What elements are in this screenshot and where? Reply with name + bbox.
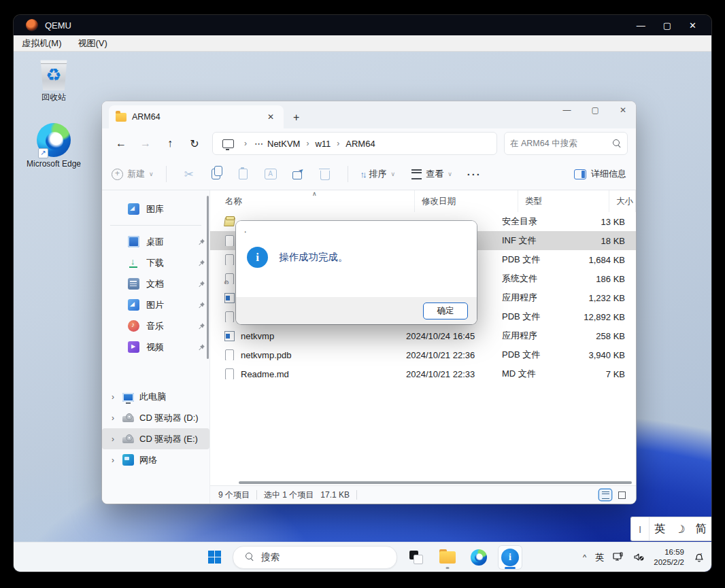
new-button[interactable]: + 新建 ∨ — [112, 168, 154, 180]
sidebar-item-pinned[interactable]: 下载 — [102, 252, 209, 273]
up-button[interactable]: ↑ — [159, 133, 181, 154]
desktop-icon-recycle-bin[interactable]: 回收站 — [24, 58, 83, 103]
sidebar-item-pinned[interactable]: 图片 — [102, 294, 209, 315]
qemu-close-button[interactable]: ✕ — [689, 21, 696, 30]
forward-button[interactable]: → — [135, 133, 156, 154]
file-type-icon — [224, 273, 235, 284]
file-type-icon — [224, 368, 235, 379]
sidebar-tree-item[interactable]: › 网络 — [102, 449, 209, 470]
sidebar-item-gallery[interactable]: 图库 — [102, 198, 209, 220]
details-view-toggle[interactable] — [599, 489, 611, 500]
column-header-size[interactable]: 大小 — [609, 190, 636, 212]
paste-button[interactable] — [233, 164, 254, 184]
explorer-maximize-button[interactable]: ▢ — [592, 105, 599, 115]
sidebar-tree-item[interactable]: › CD 驱动器 (D:) — [102, 407, 209, 428]
start-button[interactable] — [203, 546, 226, 569]
desktop-icon-edge[interactable]: ↗ Microsoft Edge — [24, 123, 83, 169]
column-header-name[interactable]: 名称 — [210, 190, 414, 212]
view-button[interactable]: 查看 ∨ — [411, 168, 452, 180]
search-input[interactable]: 在 ARM64 中搜索 — [504, 132, 628, 155]
sort-arrows-icon: ↑↓ — [360, 169, 365, 179]
icons-view-toggle[interactable] — [616, 489, 628, 500]
breadcrumb-segment[interactable]: w11 — [314, 139, 332, 149]
edge-taskbar-button[interactable] — [467, 545, 491, 570]
sidebar-item-icon — [122, 416, 134, 422]
rename-icon: A — [265, 169, 277, 179]
sidebar-tree-item[interactable]: › CD 驱动器 (E:) — [102, 428, 209, 449]
sort-button[interactable]: ↑↓ 排序 ∨ — [360, 168, 396, 180]
tab-close-icon[interactable]: ✕ — [265, 111, 277, 123]
table-row[interactable]: netkvmp.pdb 2024/10/21 22:36 PDB 文件 3,94… — [210, 345, 636, 364]
sidebar-item-pinned[interactable]: 视频 — [102, 336, 209, 358]
chevron-right-icon[interactable]: › — [109, 392, 117, 402]
ok-button[interactable]: 确定 — [423, 302, 468, 319]
chevron-right-icon[interactable]: › — [109, 434, 117, 444]
delete-button[interactable] — [315, 164, 335, 184]
ime-language-bar[interactable]: I 英 ☽ 简 — [630, 517, 711, 541]
refresh-button[interactable]: ↻ — [184, 133, 205, 154]
explorer-minimize-button[interactable]: — — [563, 105, 571, 115]
cut-button[interactable]: ✂ — [179, 164, 199, 184]
breadcrumb[interactable]: › ⋯ NetKVM › w11 › ARM6 — [212, 132, 497, 155]
sidebar-item-label: 网络 — [139, 454, 205, 466]
svg-text:z: z — [701, 552, 703, 556]
pin-icon — [197, 301, 205, 309]
folder-icon — [116, 113, 127, 122]
qemu-logo-icon — [26, 19, 38, 31]
explorer-close-button[interactable]: ✕ — [620, 105, 626, 115]
copy-button[interactable] — [206, 164, 226, 184]
dialog-message: 操作成功完成。 — [279, 251, 348, 264]
breadcrumb-overflow[interactable]: ⋯ — [253, 139, 265, 149]
network-icon[interactable] — [613, 552, 624, 562]
column-header-date[interactable]: 修改日期 — [414, 190, 518, 212]
sidebar-item-pinned[interactable]: 文档 — [102, 273, 209, 294]
chevron-right-icon[interactable]: › — [109, 455, 117, 465]
sidebar-item-label: 文档 — [146, 278, 190, 290]
qemu-menu-machine[interactable]: 虚拟机(M) — [22, 37, 62, 50]
notification-bell-icon[interactable]: z — [693, 552, 705, 563]
item-count: 9 个项目 — [218, 489, 250, 501]
task-view-button[interactable] — [404, 545, 428, 570]
qemu-maximize-button[interactable]: ▢ — [663, 21, 671, 30]
tray-language-indicator[interactable]: 英 — [595, 551, 604, 564]
volume-muted-icon[interactable] — [633, 552, 645, 562]
qemu-minimize-button[interactable]: — — [637, 21, 645, 30]
file-explorer-taskbar-button[interactable] — [435, 545, 460, 570]
table-row[interactable]: Readme.md 2024/10/21 22:33 MD 文件 7 KB — [210, 364, 636, 383]
sidebar-item-label: 桌面 — [146, 236, 190, 248]
qemu-titlebar[interactable]: QEMU — ▢ ✕ — [14, 15, 711, 35]
column-header-type[interactable]: 类型 — [518, 190, 609, 212]
taskbar-search[interactable]: 搜索 — [233, 546, 397, 569]
sidebar-scrollbar[interactable] — [207, 196, 209, 359]
chevron-right-icon[interactable]: › — [109, 413, 117, 423]
hidden-icons-button[interactable]: ^ — [583, 553, 586, 561]
file-type-icon — [224, 216, 235, 227]
ime-lang-indicator[interactable]: 英 — [650, 522, 670, 536]
sort-button-label: 排序 — [369, 168, 387, 180]
share-button[interactable] — [288, 164, 308, 184]
rename-button[interactable]: A — [260, 164, 281, 184]
horizontal-scrollbar[interactable] — [239, 481, 632, 484]
details-pane-button[interactable]: 详细信息 — [574, 168, 626, 180]
scissors-icon: ✂ — [184, 167, 193, 181]
ime-mode-indicator[interactable]: 简 — [691, 522, 711, 536]
sidebar-tree-item[interactable]: › 此电脑 — [102, 386, 209, 407]
more-button[interactable]: ··· — [467, 169, 482, 180]
sidebar-item-icon — [128, 320, 139, 332]
new-tab-button[interactable]: + — [293, 112, 299, 123]
taskbar-clock[interactable]: 16:59 2025/2/2 — [654, 547, 684, 568]
qemu-menu-view[interactable]: 视图(V) — [78, 37, 107, 50]
dialog-titlebar[interactable]: . — [236, 221, 477, 239]
sidebar-item-pinned[interactable]: 音乐 — [102, 315, 209, 336]
file-size: 13 KB — [579, 217, 636, 227]
moon-icon[interactable]: ☽ — [670, 523, 690, 536]
breadcrumb-segment[interactable]: NetKVM — [266, 139, 301, 149]
qemu-menubar: 虚拟机(M) 视图(V) — [14, 35, 711, 52]
table-row[interactable]: netkvmp 2024/10/24 16:45 应用程序 258 KB — [210, 326, 636, 345]
back-button[interactable]: ← — [110, 133, 132, 154]
sidebar-item-pinned[interactable]: 桌面 — [102, 231, 209, 252]
active-app-taskbar-button[interactable]: i — [498, 545, 522, 570]
explorer-tab-arm64[interactable]: ARM64 ✕ — [109, 105, 284, 128]
explorer-navbar: ← → ↑ ↻ › ⋯ NetKVM › — [102, 128, 636, 158]
breadcrumb-segment[interactable]: ARM64 — [344, 139, 376, 149]
